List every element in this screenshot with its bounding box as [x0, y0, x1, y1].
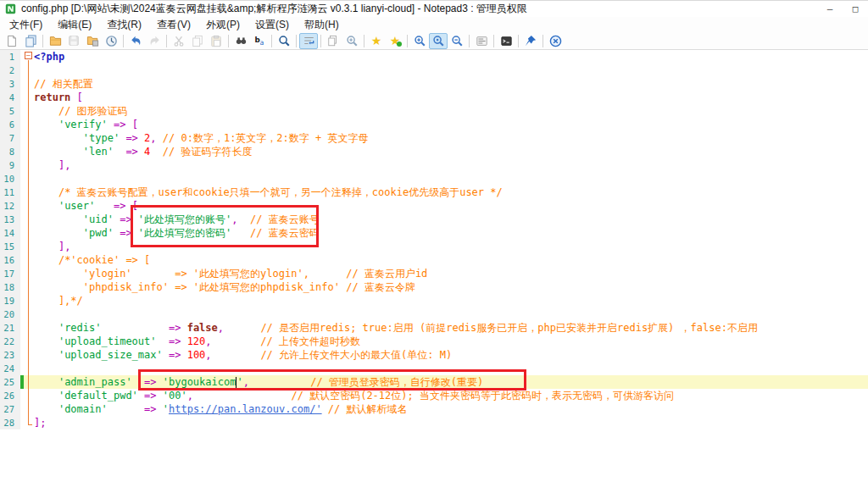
fold-margin	[24, 253, 34, 267]
code-text: 'domain' => 'https://pan.lanzouv.com/' /…	[34, 402, 868, 416]
code-text: 'default_pwd' => '00', // 默认空密码(2-12位); …	[34, 389, 868, 402]
toolbar-find-button[interactable]	[231, 33, 250, 49]
line-number: 8	[0, 145, 20, 158]
toolbar-zoom-view-button[interactable]	[342, 33, 361, 49]
toolbar-copy-doc-button[interactable]	[324, 33, 342, 49]
line-number: 24	[0, 362, 20, 375]
fold-margin	[24, 158, 34, 172]
line-number: 6	[0, 118, 20, 131]
menu-item-3[interactable]: 查看(V)	[149, 17, 198, 33]
toolbar-word-wrap-button[interactable]	[299, 33, 318, 49]
code-text: ],*/	[34, 294, 868, 307]
menu-item-4[interactable]: 外观(P)	[198, 17, 248, 33]
toolbar-paste-button[interactable]	[207, 33, 225, 49]
code-line: 5 // 图形验证码	[0, 104, 868, 118]
code-text: 'upload_timeout' => 120, // 上传文件超时秒数	[34, 335, 868, 348]
toolbar-cut-button[interactable]	[170, 33, 188, 49]
toolbar-zoom-reset-button[interactable]	[429, 33, 448, 49]
toolbar-separator	[493, 35, 494, 47]
code-text: 'user' => [	[34, 199, 868, 213]
line-number: 23	[0, 348, 20, 362]
save-as-icon	[86, 35, 99, 47]
code-editor[interactable]: 1–<?php23// 相关配置4return [5 // 图形验证码6 've…	[0, 50, 868, 493]
code-line: 7 'type' => 2, // 0:数字，1:英文字，2:数字 + 英文字母	[0, 131, 868, 145]
code-line: 26 'default_pwd' => '00', // 默认空密码(2-12位…	[0, 389, 868, 402]
code-text: 'redis' => false, // 是否启用redis; true:启用 …	[34, 321, 868, 335]
code-text: // 相关配置	[34, 77, 868, 91]
undo-icon	[130, 35, 142, 47]
code-text: 'verify' => [	[34, 118, 868, 131]
menu-item-0[interactable]: 文件(F)	[2, 17, 50, 33]
fold-margin	[24, 91, 34, 104]
code-text: <?php	[34, 50, 868, 64]
minimize-button[interactable]: –	[817, 1, 843, 17]
code-text: 'phpdisk_info' => '此处填写您的phpdisk_info' /…	[34, 280, 868, 294]
new-window-icon	[25, 35, 37, 47]
menu-item-5[interactable]: 设置(S)	[248, 17, 297, 33]
open-icon	[49, 35, 62, 47]
code-line: 6 'verify' => [	[0, 118, 868, 131]
toolbar-save-button[interactable]	[64, 33, 83, 49]
toolbar-recent-button[interactable]	[102, 33, 120, 49]
code-text: ];	[34, 416, 868, 429]
find-icon	[235, 36, 248, 47]
toolbar-zoom-in-button[interactable]	[410, 33, 429, 49]
toolbar-zoom-out-button[interactable]	[448, 33, 466, 49]
toolbar-open-button[interactable]	[46, 33, 64, 49]
line-number: 4	[0, 91, 20, 104]
code-line: 15 ],	[0, 240, 868, 253]
code-line: 25 'admin_pass' => 'bygoukaicom', // 管理员…	[0, 375, 868, 389]
code-line: 21 'redis' => false, // 是否启用redis; true:…	[0, 321, 868, 335]
code-text: 'pwd' => '此处填写您的密码' // 蓝奏云密码	[34, 226, 868, 240]
fold-margin	[24, 226, 34, 240]
toolbar-exit-button[interactable]	[546, 33, 565, 49]
line-number: 2	[0, 64, 20, 77]
line-number: 20	[0, 307, 20, 321]
line-number: 9	[0, 158, 20, 172]
code-line: 17 'ylogin' => '此处填写您的ylogin', // 蓝奏云用户i…	[0, 267, 868, 280]
toolbar-settings-list-button[interactable]	[472, 33, 491, 49]
toolbar-favorite-button[interactable]: ★	[367, 33, 386, 49]
fold-toggle-icon[interactable]: –	[25, 52, 32, 59]
maximize-button[interactable]: □	[843, 1, 868, 17]
code-line: 20	[0, 307, 868, 321]
code-line: 8 'len' => 4 // 验证码字符长度	[0, 145, 868, 158]
code-line: 23 'upload_size_max' => 100, // 允许上传文件大小…	[0, 348, 868, 362]
toolbar-redo-button[interactable]	[145, 33, 164, 49]
favorite-add-icon: ★	[390, 36, 401, 47]
toolbar-separator	[123, 35, 124, 47]
menu-item-1[interactable]: 编辑(E)	[50, 17, 99, 33]
code-line: 1–<?php	[0, 50, 868, 64]
toolbar-pin-button[interactable]	[521, 33, 540, 49]
toolbar-separator	[364, 35, 364, 47]
code-text: return [	[34, 91, 868, 104]
toolbar-replace-button[interactable]: ba	[250, 33, 269, 49]
toolbar-separator	[271, 35, 272, 47]
fold-margin	[24, 77, 34, 91]
fold-margin	[24, 402, 34, 416]
toolbar-separator	[296, 35, 297, 47]
zoom-out-icon	[451, 35, 464, 47]
toolbar-new-window-button[interactable]	[21, 33, 40, 49]
toolbar-separator	[518, 35, 519, 47]
fold-margin	[24, 348, 34, 362]
toolbar-favorite-add-button[interactable]: ★	[386, 33, 404, 49]
menu-item-2[interactable]: 查找(R)	[99, 17, 149, 33]
line-number: 7	[0, 131, 20, 145]
toolbar-undo-button[interactable]	[126, 33, 145, 49]
code-line: 3// 相关配置	[0, 77, 868, 91]
toolbar-separator	[228, 35, 229, 47]
save-icon	[68, 35, 80, 47]
toolbar-console-button[interactable]	[497, 33, 515, 49]
toolbar-new-file-button[interactable]	[3, 33, 21, 49]
line-number: 10	[0, 172, 20, 186]
line-number: 1	[0, 50, 20, 64]
code-text: 'admin_pass' => 'bygoukaicom', // 管理员登录密…	[34, 375, 868, 389]
toolbar-separator	[407, 35, 408, 47]
menu-item-6[interactable]: 帮助(H)	[297, 17, 347, 33]
code-text: 'ylogin' => '此处填写您的ylogin', // 蓝奏云用户id	[34, 267, 868, 280]
code-text	[34, 362, 868, 375]
toolbar-find-next-button[interactable]	[275, 33, 293, 49]
toolbar-save-as-button[interactable]	[83, 33, 102, 49]
toolbar-copy-button[interactable]	[188, 33, 207, 49]
